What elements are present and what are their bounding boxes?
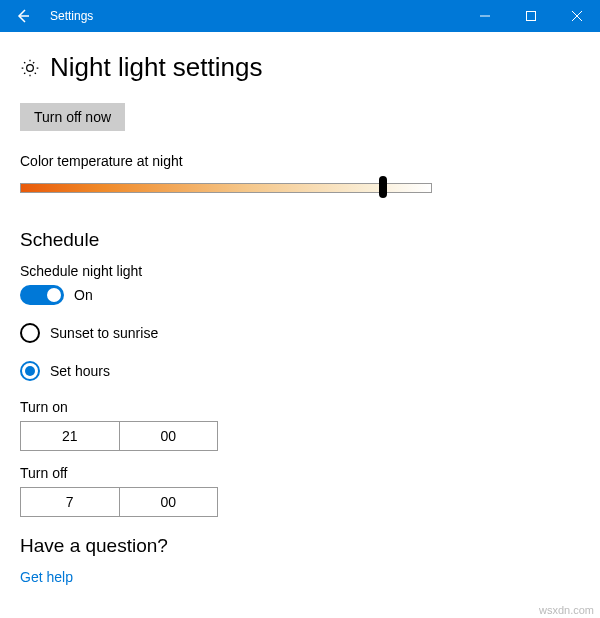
watermark: wsxdn.com — [539, 604, 594, 616]
gear-icon — [20, 58, 40, 78]
help-heading: Have a question? — [20, 535, 580, 557]
turn-off-time-picker[interactable]: 7 00 — [20, 487, 218, 517]
slider-thumb[interactable] — [379, 176, 387, 198]
minimize-icon — [480, 11, 490, 21]
close-icon — [572, 11, 582, 21]
turn-on-hour[interactable]: 21 — [21, 422, 120, 450]
turn-off-hour[interactable]: 7 — [21, 488, 120, 516]
page-title: Night light settings — [50, 52, 262, 83]
minimize-button[interactable] — [462, 0, 508, 32]
radio-sunset[interactable] — [20, 323, 40, 343]
window-title: Settings — [46, 9, 462, 23]
schedule-toggle[interactable] — [20, 285, 64, 305]
turn-off-label: Turn off — [20, 465, 580, 481]
radio-sethours-row[interactable]: Set hours — [20, 361, 580, 381]
schedule-heading: Schedule — [20, 229, 580, 251]
arrow-left-icon — [15, 8, 31, 24]
turn-on-time-picker[interactable]: 21 00 — [20, 421, 218, 451]
toggle-knob — [47, 288, 61, 302]
radio-sunset-label: Sunset to sunrise — [50, 325, 158, 341]
turn-on-label: Turn on — [20, 399, 580, 415]
schedule-toggle-state: On — [74, 287, 93, 303]
page-header: Night light settings — [20, 52, 580, 83]
titlebar: Settings — [0, 0, 600, 32]
maximize-button[interactable] — [508, 0, 554, 32]
close-button[interactable] — [554, 0, 600, 32]
get-help-link[interactable]: Get help — [20, 569, 73, 585]
back-button[interactable] — [0, 0, 46, 32]
turn-off-now-button[interactable]: Turn off now — [20, 103, 125, 131]
slider-track — [20, 183, 432, 193]
svg-rect-2 — [527, 12, 536, 21]
color-temperature-label: Color temperature at night — [20, 153, 580, 169]
turn-off-minute[interactable]: 00 — [120, 488, 218, 516]
color-temperature-slider[interactable] — [20, 177, 432, 199]
window-controls — [462, 0, 600, 32]
maximize-icon — [526, 11, 536, 21]
radio-sethours-label: Set hours — [50, 363, 110, 379]
radio-sunset-row[interactable]: Sunset to sunrise — [20, 323, 580, 343]
turn-on-minute[interactable]: 00 — [120, 422, 218, 450]
content-area: Night light settings Turn off now Color … — [0, 32, 600, 585]
schedule-toggle-row: On — [20, 285, 580, 305]
radio-sethours[interactable] — [20, 361, 40, 381]
schedule-toggle-label: Schedule night light — [20, 263, 580, 279]
